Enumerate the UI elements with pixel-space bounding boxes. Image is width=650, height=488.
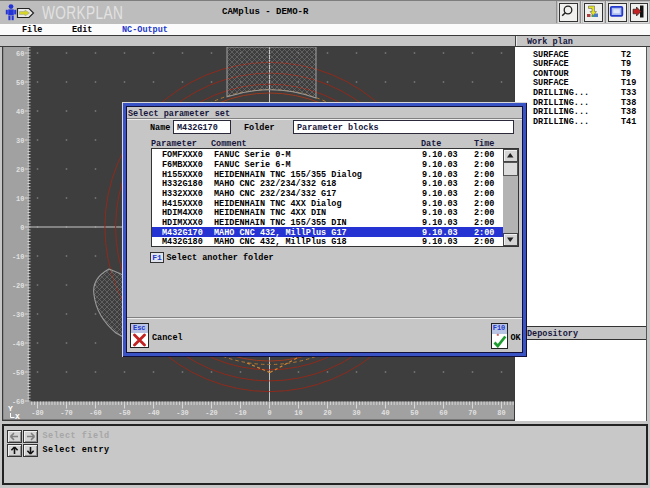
svg-text:50: 50: [16, 79, 24, 87]
svg-text:20: 20: [16, 166, 24, 174]
svg-text:-20: -20: [12, 282, 25, 290]
svg-text:-80: -80: [31, 409, 44, 417]
svg-text:-60: -60: [12, 398, 25, 406]
svg-text:30: 30: [352, 409, 360, 417]
svg-text:20: 20: [323, 409, 331, 417]
svg-text:-30: -30: [176, 409, 189, 417]
svg-text:10: 10: [294, 409, 302, 417]
svg-text:-40: -40: [147, 409, 160, 417]
svg-text:-20: -20: [205, 409, 218, 417]
svg-text:60: 60: [439, 409, 447, 417]
svg-text:X: X: [15, 412, 20, 421]
svg-text:0: 0: [267, 409, 271, 417]
svg-text:10: 10: [16, 195, 24, 203]
svg-text:-10: -10: [234, 409, 247, 417]
svg-text:80: 80: [497, 409, 505, 417]
svg-text:-30: -30: [12, 311, 25, 319]
svg-text:40: 40: [16, 108, 24, 116]
svg-text:-40: -40: [12, 340, 25, 348]
svg-text:-70: -70: [60, 409, 73, 417]
svg-text:-50: -50: [12, 369, 25, 377]
svg-text:-50: -50: [118, 409, 131, 417]
svg-text:40: 40: [381, 409, 389, 417]
svg-text:-60: -60: [89, 409, 102, 417]
svg-text:Y: Y: [8, 404, 13, 413]
svg-text:50: 50: [410, 409, 418, 417]
svg-text:60: 60: [16, 50, 24, 58]
svg-text:70: 70: [468, 409, 476, 417]
svg-text:-10: -10: [12, 253, 25, 261]
svg-text:30: 30: [16, 137, 24, 145]
svg-text:0: 0: [20, 224, 24, 232]
